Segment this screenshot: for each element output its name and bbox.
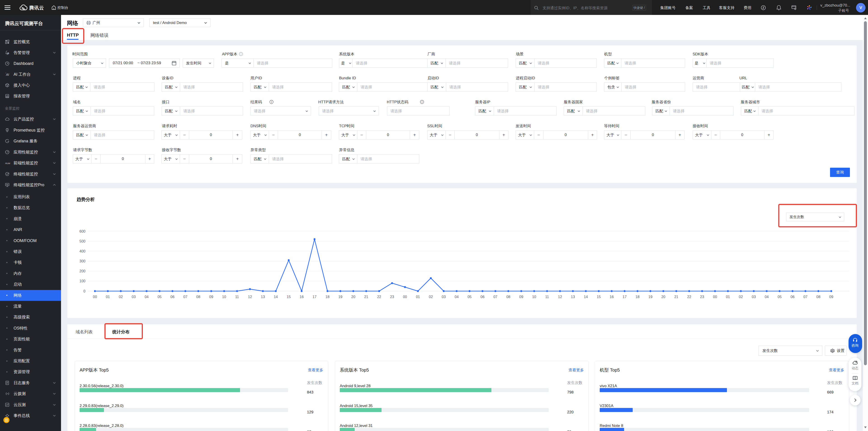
svg-text:i: i (422, 100, 423, 103)
svg-text:!: ! (8, 53, 8, 55)
svg-text:?: ? (240, 53, 242, 55)
svg-text:RUM: RUM (5, 162, 10, 164)
svg-text:AI: AI (6, 73, 9, 76)
svg-text:i: i (271, 100, 272, 103)
